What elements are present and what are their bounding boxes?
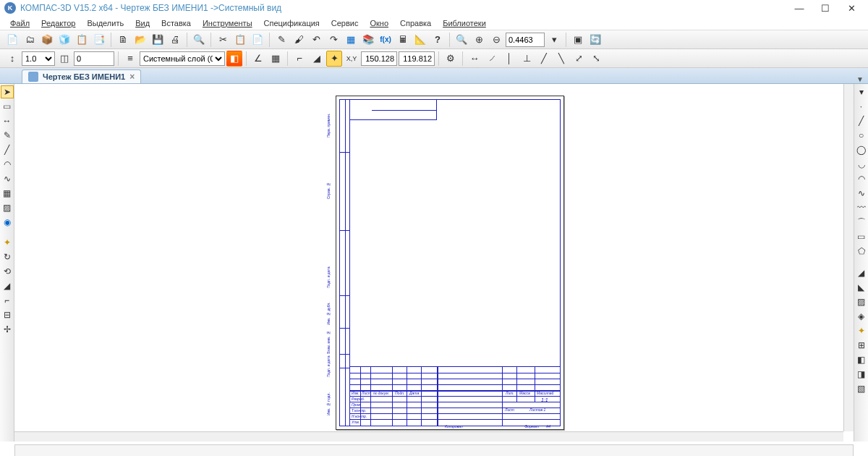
edit-tool-icon[interactable]: ✢ [1, 323, 14, 336]
grid-icon[interactable]: ▦ [268, 51, 284, 67]
menu-service[interactable]: Сервис [327, 17, 363, 29]
menu-tools[interactable]: Инструменты [198, 17, 257, 29]
line-tool-icon[interactable]: ╱ [855, 114, 868, 127]
dim-perp-icon[interactable]: ⊥ [519, 51, 535, 67]
dim-diag3-icon[interactable]: ⤢ [571, 51, 587, 67]
snap-input[interactable] [74, 51, 114, 66]
bezier-icon[interactable]: 〰 [855, 201, 868, 214]
redo-icon[interactable]: ↷ [326, 32, 341, 48]
coord-y-input[interactable] [399, 51, 435, 66]
zoom-window-icon[interactable]: 🔍 [454, 32, 469, 48]
dim-diag1-icon[interactable]: ╱ [536, 51, 552, 67]
menu-select[interactable]: Выделить [82, 17, 128, 29]
print-icon[interactable]: 🖨 [167, 32, 183, 48]
refresh-icon[interactable]: 🔄 [587, 32, 603, 48]
canvas[interactable]: Изм. Лист № докум. Подп. Дата Разраб. Пр… [14, 84, 854, 442]
snap-toggle-icon[interactable]: ✦ [326, 51, 342, 67]
ortho-icon[interactable]: ∠ [250, 51, 266, 67]
zoom-input[interactable] [506, 33, 545, 47]
view-tool-icon[interactable]: ◉ [1, 216, 14, 229]
menu-insert[interactable]: Вставка [157, 17, 195, 29]
calc-icon[interactable]: 🖩 [395, 32, 411, 48]
maximize-button[interactable]: ☐ [819, 3, 832, 14]
trim-icon[interactable]: ⌐ [1, 294, 14, 307]
dim-linear-icon[interactable]: ↔ [467, 51, 482, 67]
color-icon[interactable]: ◧ [226, 51, 242, 67]
variables-icon[interactable]: f(x) [378, 32, 393, 48]
bottom-panel[interactable] [14, 444, 854, 456]
minimize-button[interactable]: — [793, 3, 806, 14]
dim-vert-icon[interactable]: │ [501, 51, 517, 67]
text-icon[interactable]: ✎ [1, 129, 14, 142]
tab-close-icon[interactable]: × [129, 72, 135, 82]
rect-icon[interactable]: ▭ [855, 230, 868, 243]
right-drop-icon[interactable]: ▾ [855, 85, 868, 98]
fillet-icon[interactable]: ◢ [855, 266, 868, 279]
spec-icon[interactable]: 📑 [91, 32, 107, 48]
menu-spec[interactable]: Спецификация [260, 17, 324, 29]
menu-file[interactable]: Файл [6, 17, 34, 29]
undo-icon[interactable]: ↶ [308, 32, 324, 48]
geometry-icon[interactable]: ▭ [1, 100, 14, 113]
mirror-icon[interactable]: ⟲ [1, 265, 14, 278]
close-button[interactable]: ✕ [845, 3, 858, 14]
menu-editor[interactable]: Редактор [37, 17, 80, 29]
new-icon[interactable]: 📄 [4, 32, 20, 48]
spline-icon[interactable]: ∿ [1, 172, 14, 185]
open-3d-icon[interactable]: 📦 [39, 32, 55, 48]
menu-window[interactable]: Окно [365, 17, 393, 29]
fit-icon[interactable]: ▣ [570, 32, 586, 48]
spline-tool-icon[interactable]: ∿ [855, 187, 868, 200]
dim-diag4-icon[interactable]: ⤡ [588, 51, 604, 67]
table-icon[interactable]: ▦ [1, 187, 14, 200]
assembly-icon[interactable]: 🧊 [56, 32, 72, 48]
open-wizard-icon[interactable]: 🗂 [22, 32, 38, 48]
contour-icon[interactable]: ◈ [855, 310, 868, 323]
new-doc-icon[interactable]: 🗎 [115, 32, 131, 48]
snap-icon[interactable]: ◫ [56, 51, 72, 67]
measure-icon[interactable]: 📐 [412, 32, 428, 48]
cursor-icon[interactable]: ➤ [1, 85, 14, 98]
equidistant-icon[interactable]: ✦ [855, 324, 868, 337]
dimensions-icon[interactable]: ↔ [1, 114, 14, 127]
preview-icon[interactable]: 🔍 [191, 32, 207, 48]
hatch-icon[interactable]: ▨ [1, 201, 14, 214]
tool-b-icon[interactable]: ◨ [855, 368, 868, 381]
ellipse-icon[interactable]: ◯ [855, 143, 868, 156]
save-icon[interactable]: 💾 [150, 32, 166, 48]
step-select[interactable]: 1.0 [22, 51, 55, 66]
scrollbar-vertical[interactable] [843, 84, 854, 431]
zoom-out-icon[interactable]: ⊖ [488, 32, 504, 48]
assembly-tool-icon[interactable]: ⊞ [855, 339, 868, 352]
dim-angular-icon[interactable]: ⟋ [484, 51, 500, 67]
param-icon[interactable]: ⚙ [443, 51, 459, 67]
step-icon[interactable]: ↕ [4, 51, 20, 67]
curve-icon[interactable]: ⌒ [855, 216, 868, 229]
open-icon[interactable]: 📂 [132, 32, 148, 48]
chamfer-icon[interactable]: ◣ [855, 281, 868, 294]
point-icon[interactable]: · [855, 100, 868, 113]
tab-dropdown-icon[interactable]: ▼ [856, 75, 864, 83]
arc2-icon[interactable]: ◠ [855, 172, 868, 185]
style-icon[interactable]: 🖌 [291, 32, 307, 48]
zoom-in-icon[interactable]: ⊕ [471, 32, 487, 48]
menu-libs[interactable]: Библиотеки [438, 17, 490, 29]
doc-icon[interactable]: 📋 [74, 32, 90, 48]
layer-select[interactable]: Системный слой (0) [140, 51, 225, 66]
tool-c-icon[interactable]: ▧ [855, 382, 868, 395]
dim-diag2-icon[interactable]: ╲ [553, 51, 569, 67]
properties-icon[interactable]: ✎ [273, 32, 289, 48]
line-icon[interactable]: ╱ [1, 143, 14, 156]
hatch-tool-icon[interactable]: ▨ [855, 295, 868, 308]
arc-tool-icon[interactable]: ◡ [855, 158, 868, 171]
arc-icon[interactable]: ◠ [1, 158, 14, 171]
measure-tool-icon[interactable]: ◢ [1, 279, 14, 292]
copy-icon[interactable]: 📋 [232, 32, 248, 48]
xy-icon[interactable]: X,Y [344, 51, 359, 67]
menu-help[interactable]: Справка [396, 17, 435, 29]
layer-icon[interactable]: ≡ [122, 51, 138, 67]
modify-icon[interactable]: ✦ [1, 236, 14, 249]
local-cs-icon[interactable]: ⌐ [292, 51, 307, 67]
zoom-dropdown-icon[interactable]: ▾ [546, 32, 562, 48]
polygon-icon[interactable]: ⬠ [855, 245, 868, 258]
